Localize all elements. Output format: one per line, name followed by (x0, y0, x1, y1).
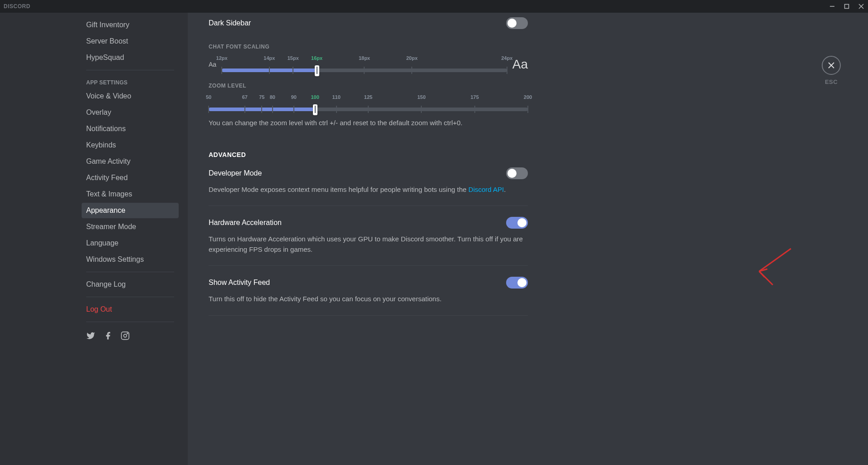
slider-tick (421, 106, 422, 113)
sidebar-item-voice-video[interactable]: Voice & Video (82, 88, 179, 104)
slider-zoom[interactable]: 5067758090100110125150175200 (209, 94, 528, 113)
close-area: ESC (822, 56, 841, 85)
divider (86, 272, 174, 272)
sidebar-item-game-activity[interactable]: Game Activity (82, 154, 179, 169)
sidebar-item-windows-settings[interactable]: Windows Settings (82, 252, 179, 267)
slider-tick-label: 50 (206, 94, 211, 100)
divider (86, 70, 174, 70)
sidebar-item-appearance[interactable]: Appearance (82, 203, 179, 218)
developer-mode-desc: Developer Mode exposes context menu item… (209, 185, 528, 195)
slider-tick-label: 18px (359, 55, 370, 61)
setting-hardware-acceleration-title: Hardware Acceleration (209, 219, 282, 227)
window-controls (829, 3, 864, 10)
setting-developer-mode-title: Developer Mode (209, 169, 262, 177)
slider-tick-label: 175 (470, 94, 478, 100)
slider-tick-label: 150 (417, 94, 425, 100)
sidebar-item-keybinds[interactable]: Keybinds (82, 137, 179, 153)
twitter-icon[interactable] (86, 331, 95, 340)
slider-tick (293, 106, 294, 113)
slider-tick (411, 67, 412, 74)
svg-line-9 (759, 249, 791, 271)
slider-tick-label: 14px (263, 55, 275, 61)
toggle-dark-sidebar[interactable] (506, 17, 528, 29)
divider (86, 297, 174, 297)
svg-line-11 (759, 271, 765, 277)
slider-tick-label: 67 (242, 94, 248, 100)
hardware-acceleration-desc: Turns on Hardware Acceleration which use… (209, 234, 528, 255)
slider-tick (368, 106, 369, 113)
slider-tick (474, 106, 475, 113)
slider-tick-label: 16px (311, 55, 322, 61)
settings-content: ESC Dark Sidebar CHAT FONT SCALING Aa 12… (188, 13, 868, 465)
header-chat-font-scaling: CHAT FONT SCALING (209, 44, 528, 50)
slider-tick-label: 20px (406, 55, 418, 61)
svg-line-12 (759, 271, 773, 285)
toggle-developer-mode[interactable] (506, 167, 528, 179)
svg-rect-1 (845, 5, 849, 9)
slider-tick (315, 106, 316, 113)
setting-show-activity-feed-title: Show Activity Feed (209, 279, 270, 287)
sidebar-item-gift-inventory[interactable]: Gift Inventory (82, 17, 179, 33)
slider-tick (221, 67, 222, 74)
slider-tick (364, 67, 365, 74)
discord-api-link[interactable]: Discord API (468, 186, 504, 193)
font-scale-small-label: Aa (209, 61, 216, 68)
titlebar: DISCORD (0, 0, 868, 13)
close-icon[interactable] (858, 3, 864, 10)
sidebar-item-overlay[interactable]: Overlay (82, 105, 179, 120)
maximize-icon[interactable] (844, 3, 850, 10)
setting-dark-sidebar-title: Dark Sidebar (209, 19, 251, 27)
slider-tick (269, 67, 270, 74)
divider (86, 322, 174, 322)
header-zoom-level: ZOOM LEVEL (209, 83, 528, 89)
font-scale-large-label: Aa (512, 57, 528, 72)
svg-point-6 (127, 333, 128, 334)
toggle-hardware-acceleration[interactable] (506, 217, 528, 229)
close-label: ESC (822, 78, 841, 85)
sidebar-item-text-images[interactable]: Text & Images (82, 186, 179, 202)
social-icons (82, 327, 179, 345)
slider-tick (244, 106, 245, 113)
slider-tick (293, 67, 293, 74)
slider-tick-label: 90 (291, 94, 297, 100)
dev-mode-desc-after: . (504, 186, 506, 193)
slider-tick-label: 200 (524, 94, 532, 100)
svg-line-10 (759, 269, 767, 271)
slider-tick-label: 80 (270, 94, 275, 100)
toggle-show-activity-feed[interactable] (506, 277, 528, 289)
slider-tick (336, 106, 337, 113)
sidebar-item-change-log[interactable]: Change Log (82, 277, 179, 292)
slider-tick (272, 106, 273, 113)
slider-tick-label: 15px (288, 55, 299, 61)
sidebar-item-logout[interactable]: Log Out (82, 302, 179, 317)
slider-tick-label: 100 (311, 94, 319, 100)
sidebar-item-notifications[interactable]: Notifications (82, 121, 179, 137)
show-activity-feed-desc: Turn this off to hide the Activity Feed … (209, 294, 528, 304)
zoom-desc: You can change the zoom level with ctrl … (209, 118, 528, 128)
minimize-icon[interactable] (829, 3, 835, 10)
annotation-arrow (755, 246, 795, 287)
svg-point-5 (124, 334, 127, 338)
slider-tick (317, 67, 317, 74)
slider-tick-label: 12px (216, 55, 228, 61)
instagram-icon[interactable] (121, 331, 130, 340)
app-title: DISCORD (4, 3, 30, 10)
sidebar-item-streamer-mode[interactable]: Streamer Mode (82, 219, 179, 235)
dev-mode-desc-before: Developer Mode exposes context menu item… (209, 186, 468, 193)
sidebar-header-app-settings: APP SETTINGS (82, 75, 179, 88)
sidebar-item-activity-feed[interactable]: Activity Feed (82, 170, 179, 186)
slider-tick-label: 24px (501, 55, 512, 61)
header-advanced: ADVANCED (209, 151, 528, 158)
slider-tick-label: 75 (259, 94, 264, 100)
sidebar-item-hypesquad[interactable]: HypeSquad (82, 50, 179, 65)
close-settings-button[interactable] (822, 56, 841, 75)
slider-chat-font[interactable]: 12px14px15px16px18px20px24px (222, 55, 507, 73)
facebook-icon[interactable] (103, 331, 112, 340)
slider-tick (208, 106, 209, 113)
slider-tick (261, 106, 262, 113)
settings-sidebar: Gift Inventory Server Boost HypeSquad AP… (0, 13, 188, 465)
sidebar-item-language[interactable]: Language (82, 235, 179, 251)
sidebar-item-server-boost[interactable]: Server Boost (82, 34, 179, 49)
slider-tick-label: 125 (364, 94, 372, 100)
slider-tick (507, 67, 507, 74)
